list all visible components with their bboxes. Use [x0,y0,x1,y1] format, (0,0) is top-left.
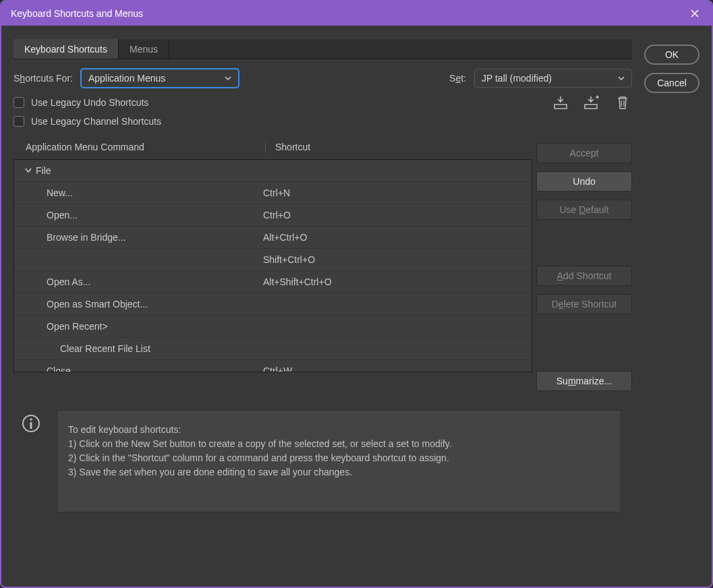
shortcuts-for-label: Shortcuts For: [13,73,73,84]
check-legacy-channel-label: Use Legacy Channel Shortcuts [31,116,161,127]
cancel-button[interactable]: Cancel [644,73,700,93]
table-row[interactable]: CloseCtrl+W [14,360,532,372]
add-shortcut-button[interactable]: Add Shortcut [536,266,632,286]
table-row[interactable]: Open as Smart Object... [14,293,532,316]
chevron-down-icon [225,76,231,80]
header-command: Application Menu Command [26,142,265,152]
table-row[interactable]: Browse in Bridge...Alt+Ctrl+O [14,227,532,249]
help-text: To edit keyboard shortcuts: 1) Click on … [57,410,621,512]
command-label: File [36,165,51,176]
help-line: 2) Click in the "Shortcut" column for a … [68,451,610,465]
table-row[interactable]: New...Ctrl+N [14,182,532,204]
shortcut-cell[interactable]: Alt+Shift+Ctrl+O [254,276,532,287]
tab-menus[interactable]: Menus [119,39,169,59]
svg-rect-2 [30,422,32,429]
table-row[interactable]: Open As...Alt+Shift+Ctrl+O [14,271,532,293]
set-value: JP tall (modified) [482,73,552,84]
table-row[interactable]: Shift+Ctrl+O [14,249,532,271]
undo-button[interactable]: Undo [536,171,632,192]
help-line: To edit keyboard shortcuts: [68,423,610,437]
shortcut-cell[interactable]: Ctrl+W [254,365,532,372]
help-line: 1) Click on the New Set button to create… [68,437,610,451]
command-label: Browse in Bridge... [47,232,126,243]
command-label: Close [47,365,71,372]
command-cell: File [14,165,254,176]
command-cell: Open As... [14,276,254,287]
check-legacy-channel[interactable]: Use Legacy Channel Shortcuts [13,112,161,131]
command-label: Open as Smart Object... [47,299,148,310]
titlebar: Keyboard Shortcuts and Menus [1,1,712,26]
shortcut-cell[interactable]: Alt+Ctrl+O [254,232,532,243]
shortcut-cell[interactable]: Shift+Ctrl+O [254,254,532,265]
command-label: Open As... [47,276,90,287]
command-cell: Browse in Bridge... [14,232,254,243]
chevron-down-icon [618,76,625,80]
command-cell: Close [14,365,254,372]
delete-shortcut-button[interactable]: Delete Shortcut [536,294,632,314]
trash-icon [616,95,629,110]
window-title: Keyboard Shortcuts and Menus [11,8,143,19]
dialog-window: Keyboard Shortcuts and Menus Keyboard Sh… [0,0,713,588]
checkbox-icon [13,97,24,108]
shortcuts-table: FileNew...Ctrl+NOpen...Ctrl+OBrowse in B… [13,159,532,372]
command-label: Clear Recent File List [60,343,150,354]
command-label: New... [47,187,73,198]
command-cell: Open... [14,210,254,220]
shortcuts-for-select[interactable]: Application Menus [81,69,239,88]
shortcut-cell[interactable]: Ctrl+O [254,210,532,220]
set-label: Set: [449,73,466,84]
info-icon [18,410,40,512]
svg-point-1 [30,418,32,420]
save-icon [552,95,569,110]
close-icon [690,9,700,18]
header-shortcut: Shortcut [265,142,532,152]
command-cell: New... [14,187,254,198]
save-new-icon [583,95,600,110]
command-cell: Clear Recent File List [14,343,254,354]
table-row[interactable]: Open...Ctrl+O [14,204,532,227]
tab-strip: Keyboard Shortcuts Menus [13,39,632,59]
command-cell: Open Recent> [14,321,254,332]
checkbox-icon [13,116,24,127]
new-set-button[interactable] [582,93,601,112]
use-default-button[interactable]: Use Default [536,200,632,220]
shortcut-cell[interactable]: Ctrl+N [254,187,532,198]
table-header: Application Menu Command Shortcut [13,131,532,159]
save-set-button[interactable] [551,93,570,112]
check-legacy-undo[interactable]: Use Legacy Undo Shortcuts [13,93,161,112]
check-legacy-undo-label: Use Legacy Undo Shortcuts [31,97,148,108]
tab-keyboard-shortcuts[interactable]: Keyboard Shortcuts [13,39,119,59]
command-label: Open... [47,210,78,220]
ok-button[interactable]: OK [644,45,700,65]
summarize-button[interactable]: Summarize... [536,371,632,391]
close-button[interactable] [685,3,705,24]
table-row[interactable]: Open Recent> [14,316,532,338]
chevron-down-icon [25,168,32,173]
help-line: 3) Save the set when you are done editin… [68,465,610,479]
shortcuts-table-body[interactable]: FileNew...Ctrl+NOpen...Ctrl+OBrowse in B… [14,160,532,372]
set-select[interactable]: JP tall (modified) [474,69,632,88]
shortcuts-for-value: Application Menus [88,73,165,84]
command-label: Open Recent> [47,321,108,332]
command-cell: Open as Smart Object... [14,299,254,310]
table-row[interactable]: File [14,160,532,182]
accept-button[interactable]: Accept [536,143,632,163]
delete-set-button[interactable] [613,93,632,112]
table-row[interactable]: Clear Recent File List [14,338,532,360]
